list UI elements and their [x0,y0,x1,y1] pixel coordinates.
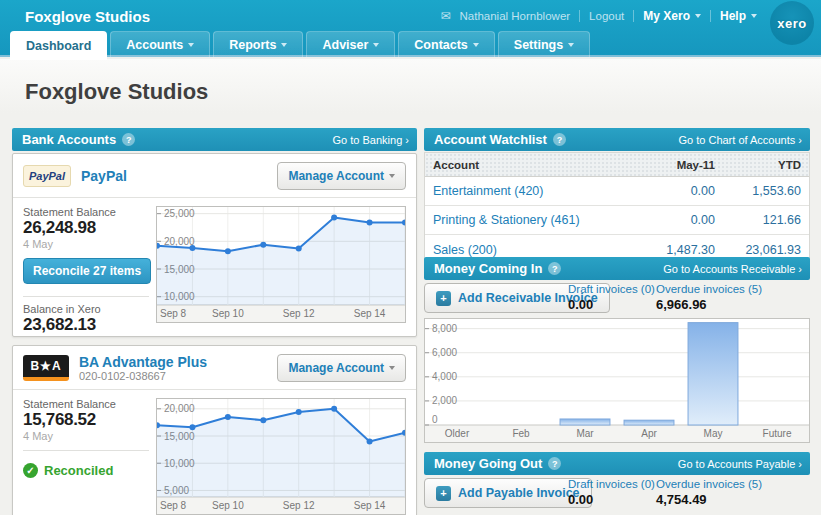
overdue-invoices: Overdue invoices (5) 4,754.49 [656,478,762,508]
section-title: Money Coming In [434,261,542,276]
statement-balance-value: 26,248.98 [23,218,149,238]
section-title: Account Watchlist [434,132,547,147]
page-title: Foxglove Studios [25,79,208,105]
svg-text:Mar: Mar [576,428,594,439]
statement-date: 4 May [23,238,149,250]
paypal-logo: PayPal [23,165,71,187]
svg-text:0: 0 [432,414,438,425]
divider [23,450,149,451]
money-in-controls: + Add Receivable Invoice Draft invoices … [424,283,810,315]
chevron-down-icon [188,43,194,47]
draft-invoices-link[interactable]: Draft invoices (0) [568,478,655,490]
svg-text:Sep 8: Sep 8 [160,500,187,511]
period-value: 1,487.30 [633,243,723,257]
ytd-value: 1,553.60 [723,184,809,198]
account-link[interactable]: Entertainment (420) [425,184,633,198]
table-row: Printing & Stationery (461) 0.00 121.66 [425,206,809,235]
go-to-chart-of-accounts-link[interactable]: Go to Chart of Accounts › [678,134,802,146]
tab-settings[interactable]: Settings [498,31,590,57]
user-name-link[interactable]: Nathanial Hornblower [460,10,571,22]
money-coming-in-chart: 02,0004,0006,0008,000OlderFebMarAprMayFu… [424,318,810,443]
draft-invoices: Draft invoices (0) 0.00 [568,478,655,508]
svg-text:25,000: 25,000 [164,208,195,219]
column-account: Account [425,159,633,171]
reconciled-label: Reconciled [44,463,113,478]
statement-balance-label: Statement Balance [23,398,149,410]
svg-text:Sep 14: Sep 14 [354,500,386,511]
ba-account-number: 020-0102-038667 [79,370,207,382]
ba-stats: Statement Balance 15,768.52 4 May ✓ Reco… [23,398,149,478]
section-title: Bank Accounts [22,132,116,147]
watchlist-table: Account May-11 YTD Entertainment (420) 0… [424,152,810,265]
money-out-controls: + Add Payable Invoice Draft invoices (0)… [424,478,810,510]
go-to-accounts-payable-link[interactable]: Go to Accounts Payable › [678,458,802,470]
overdue-invoices-link[interactable]: Overdue invoices (5) [656,478,762,490]
account-link[interactable]: Printing & Stationery (461) [425,213,633,227]
user-bar: ✉ Nathanial Hornblower Logout My Xero He… [431,9,757,23]
svg-text:Apr: Apr [641,428,657,439]
go-to-banking-link[interactable]: Go to Banking › [333,134,409,146]
svg-text:4,000: 4,000 [432,371,457,382]
help-icon[interactable]: ? [122,133,135,146]
add-payable-invoice-button[interactable]: + Add Payable Invoice [424,478,592,508]
help-icon[interactable]: ? [553,133,566,146]
logout-link[interactable]: Logout [589,10,624,22]
tab-adviser[interactable]: Adviser [306,31,395,57]
svg-text:Older: Older [445,428,470,439]
svg-text:8,000: 8,000 [432,323,457,334]
divider [633,10,634,22]
ba-card-header: B★A BA Advantage Plus 020-0102-038667 Ma… [13,346,416,390]
help-icon[interactable]: ? [548,262,561,275]
account-link[interactable]: Sales (200) [425,243,633,257]
chevron-down-icon [568,43,574,47]
overdue-invoices-link[interactable]: Overdue invoices (5) [656,283,762,295]
tab-reports[interactable]: Reports [213,31,303,57]
money-coming-in-header: Money Coming In ? Go to Accounts Receiva… [424,257,810,280]
divider [23,296,149,297]
period-value: 0.00 [633,213,723,227]
statement-balance-label: Statement Balance [23,206,149,218]
mail-icon: ✉ [440,9,450,23]
svg-text:Sep 10: Sep 10 [212,500,244,511]
reconciled-status: ✓ Reconciled [23,463,149,478]
go-to-accounts-receivable-link[interactable]: Go to Accounts Receivable › [663,263,802,275]
period-value: 0.00 [633,184,723,198]
tab-accounts[interactable]: Accounts [110,31,210,57]
manage-account-button[interactable]: Manage Account [277,354,406,382]
svg-text:Sep 8: Sep 8 [160,308,187,319]
reconcile-items-button[interactable]: Reconcile 27 items [23,258,151,284]
account-watchlist-header: Account Watchlist ? Go to Chart of Accou… [424,128,810,151]
table-row: Entertainment (420) 0.00 1,553.60 [425,177,809,206]
ba-logo: B★A [23,355,69,381]
tab-contacts[interactable]: Contacts [398,31,494,57]
help-menu[interactable]: Help [720,9,757,23]
balance-in-xero-value: 23,682.13 [23,315,149,335]
ytd-value: 23,061.93 [723,243,809,257]
paypal-account-card: PayPal PayPal Manage Account Statement B… [12,153,417,337]
ytd-value: 121.66 [723,213,809,227]
svg-text:May: May [704,428,723,439]
chevron-down-icon [389,366,395,370]
svg-text:Sep 12: Sep 12 [283,500,315,511]
chevron-down-icon [389,174,395,178]
svg-text:Future: Future [763,428,792,439]
section-title: Money Going Out [434,456,542,471]
money-going-out-header: Money Going Out ? Go to Accounts Payable… [424,452,810,475]
chevron-down-icon [695,14,701,18]
paypal-card-header: PayPal PayPal Manage Account [13,154,416,198]
draft-invoices-value: 0.00 [568,492,593,507]
my-xero-menu[interactable]: My Xero [643,9,701,23]
plus-icon: + [436,486,451,501]
svg-text:20,000: 20,000 [164,236,195,247]
paypal-account-link[interactable]: PayPal [81,168,127,184]
draft-invoices: Draft invoices (0) 0.00 [568,283,655,313]
help-icon[interactable]: ? [548,457,561,470]
manage-account-button[interactable]: Manage Account [277,162,406,190]
bank-accounts-header: Bank Accounts ? Go to Banking › [12,128,417,151]
draft-invoices-value: 0.00 [568,297,593,312]
ba-account-link[interactable]: BA Advantage Plus [79,354,207,370]
paypal-stats: Statement Balance 26,248.98 4 May Reconc… [23,206,149,335]
column-period: May-11 [633,159,723,171]
tab-dashboard[interactable]: Dashboard [10,31,107,60]
draft-invoices-link[interactable]: Draft invoices (0) [568,283,655,295]
